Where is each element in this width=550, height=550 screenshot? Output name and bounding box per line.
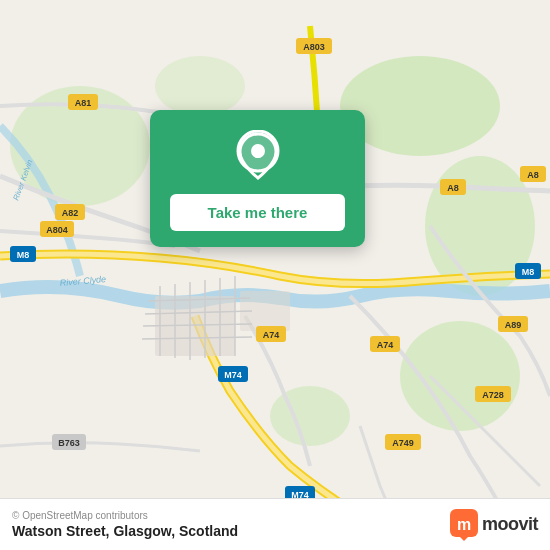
moovit-logo: m moovit <box>450 509 538 541</box>
svg-text:B763: B763 <box>58 438 80 448</box>
svg-text:A803: A803 <box>303 42 325 52</box>
popup-card: Take me there <box>150 110 365 247</box>
moovit-brand-icon: m <box>450 509 478 541</box>
location-pin-icon <box>232 130 284 182</box>
svg-text:M8: M8 <box>522 267 535 277</box>
location-name: Watson Street, Glasgow, Scotland <box>12 523 238 539</box>
location-info: © OpenStreetMap contributors Watson Stre… <box>12 510 238 539</box>
map-roads: A81 A82 A803 A803 A8 A8 A89 M8 M8 M74 M7… <box>0 0 550 550</box>
svg-text:m: m <box>457 516 471 533</box>
map-container: A81 A82 A803 A803 A8 A8 A89 M8 M8 M74 M7… <box>0 0 550 550</box>
svg-text:A82: A82 <box>62 208 79 218</box>
svg-text:A74: A74 <box>263 330 280 340</box>
svg-text:A89: A89 <box>505 320 522 330</box>
svg-text:A8: A8 <box>447 183 459 193</box>
svg-point-57 <box>252 146 264 158</box>
svg-text:A728: A728 <box>482 390 504 400</box>
svg-text:A81: A81 <box>75 98 92 108</box>
svg-text:A804: A804 <box>46 225 68 235</box>
svg-text:A749: A749 <box>392 438 414 448</box>
svg-point-4 <box>270 386 350 446</box>
map-attribution: © OpenStreetMap contributors <box>12 510 238 521</box>
svg-point-5 <box>155 56 245 116</box>
svg-text:M74: M74 <box>224 370 242 380</box>
svg-text:A74: A74 <box>377 340 394 350</box>
take-me-there-button[interactable]: Take me there <box>170 194 345 231</box>
svg-text:A8: A8 <box>527 170 539 180</box>
svg-text:M8: M8 <box>17 250 30 260</box>
info-bar: © OpenStreetMap contributors Watson Stre… <box>0 498 550 550</box>
moovit-brand-name: moovit <box>482 514 538 535</box>
